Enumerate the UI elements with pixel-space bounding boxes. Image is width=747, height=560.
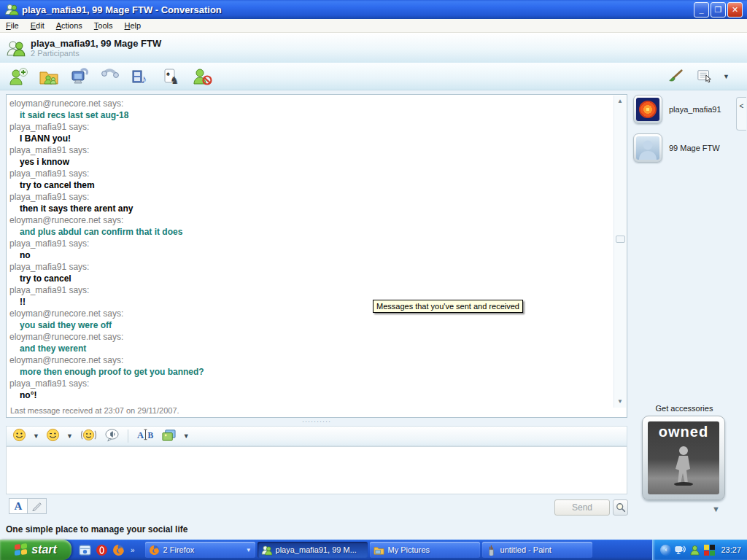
contact-row[interactable]: playa_mafia91 [633, 95, 741, 124]
windows-flag-icon [15, 543, 28, 556]
taskbar-button-untitled-paint[interactable]: untitled - Paint [482, 542, 592, 558]
message-text: it said recs last set aug-18 [9, 109, 611, 121]
message-text: no°! [9, 389, 611, 401]
background-caret[interactable]: ▼ [183, 432, 190, 440]
taskbar-clock: 23:27 [721, 545, 741, 554]
text-mode-tab[interactable]: A [9, 498, 28, 514]
scroll-down-icon[interactable]: ▼ [616, 397, 624, 406]
font-icon[interactable]: A B [136, 428, 155, 444]
message-sender: playa_mafia91 says: [9, 121, 611, 133]
contact-name: 99 Mage FTW [669, 144, 720, 152]
handwriting-pen-icon [31, 501, 43, 511]
launch-browser-icon[interactable] [79, 544, 91, 556]
app-status-text: One simple place to manage your social l… [6, 524, 187, 534]
default-avatar-silhouette [636, 136, 659, 160]
taskbar-button-label: My Pictures [388, 545, 476, 554]
messenger-icon [261, 545, 272, 556]
contact-list: playa_mafia9199 Mage FTW [633, 95, 741, 163]
msn-buddies-icon [4, 2, 19, 17]
avatar[interactable] [633, 133, 662, 163]
message-sender: eloyman@runecore.net says: [9, 331, 611, 343]
text-mode-icon: A [15, 500, 23, 513]
message-text: you said they were off [9, 319, 611, 331]
taskbar-button-playa-mafia91-99-m-[interactable]: playa_mafia91, 99 M... [258, 542, 368, 558]
system-tray: ‹ 23:27 [652, 540, 747, 560]
message-sender: playa_mafia91 says: [9, 378, 611, 389]
firefox-icon[interactable] [112, 544, 125, 556]
taskbar-button-2-firefox[interactable]: 2 Firefox▼ [145, 542, 255, 558]
person-silhouette [673, 445, 694, 486]
voice-clip-icon[interactable] [104, 428, 120, 445]
handwriting-mode-tab[interactable] [28, 498, 47, 514]
video-call-icon[interactable] [69, 66, 90, 87]
nudge-icon[interactable] [80, 428, 98, 445]
message-text: I BANN you! [9, 133, 611, 144]
contact-row[interactable]: 99 Mage FTW [633, 133, 741, 163]
message-sender: playa_mafia91 says: [9, 238, 611, 249]
conversation-header: playa_mafia91, 99 Mage FTW 2 Participant… [0, 33, 747, 63]
scrollbar-thumb[interactable] [616, 236, 625, 243]
block-contact-icon[interactable] [191, 66, 213, 87]
hide-icons-chevron[interactable]: ‹ [660, 545, 671, 556]
menu-file[interactable]: File [0, 20, 25, 31]
message-sender: playa_mafia91 says: [9, 284, 611, 296]
get-accessories-link[interactable]: Get accessories [633, 404, 735, 413]
message-sender: playa_mafia91 says: [9, 191, 611, 203]
scroll-up-icon[interactable]: ▲ [616, 97, 624, 106]
paintbrush-icon[interactable] [665, 66, 686, 87]
display-picture-frame[interactable]: owned [642, 416, 725, 500]
add-contact-icon[interactable] [7, 66, 29, 87]
sidebar-collapse-button[interactable]: < [736, 97, 746, 131]
close-button[interactable]: ✕ [727, 2, 743, 18]
messenger-tray-icon[interactable] [689, 545, 700, 556]
svg-text:B: B [147, 431, 153, 440]
group-caret-icon: ▼ [246, 547, 252, 553]
menu-actions[interactable]: Actions [50, 20, 88, 31]
chat-scrollbar[interactable]: ▲ ▼ [614, 96, 626, 408]
media-icon[interactable]: ♪ [130, 66, 152, 87]
color-grid-icon[interactable] [704, 545, 715, 556]
flower-picture [636, 98, 659, 121]
emoticon-caret[interactable]: ▼ [33, 432, 39, 440]
shared-folder-icon[interactable] [38, 66, 60, 87]
taskbar-button-label: untitled - Paint [500, 545, 589, 554]
avatar[interactable] [633, 95, 662, 124]
message-list: eloyman@runecore.net says:it said recs l… [9, 98, 611, 401]
opera-icon[interactable] [96, 544, 108, 556]
pane-splitter-handle[interactable]: ·········· [6, 419, 627, 424]
games-icon[interactable]: ♠ ♞ [160, 66, 182, 87]
menu-help[interactable]: Help [119, 20, 147, 31]
message-sender: eloyman@runecore.net says: [9, 98, 611, 109]
task-buttons: 2 Firefox▼playa_mafia91, 99 M...My Pictu… [145, 542, 592, 558]
message-text: and they werent [9, 343, 611, 354]
display-picture-menu-caret[interactable]: ▼ [712, 505, 720, 513]
call-icon[interactable] [99, 66, 121, 87]
taskbar-button-my-pictures[interactable]: My Pictures [370, 542, 480, 558]
message-sender: playa_mafia91 says: [9, 261, 611, 273]
restore-button[interactable]: ❐ [711, 2, 726, 18]
send-button[interactable]: Send [554, 499, 610, 516]
message-input[interactable] [6, 446, 627, 494]
taskbar: start » 2 Firefox▼playa_mafia91, 99 M...… [0, 540, 747, 560]
conversation-title: playa_mafia91, 99 Mage FTW [31, 38, 161, 49]
message-text: more then enough proof to get you banned… [9, 366, 611, 378]
quick-launch-overflow-chevron[interactable]: » [131, 544, 135, 554]
wink-icon[interactable] [46, 428, 60, 445]
background-icon[interactable] [161, 428, 177, 445]
emoticon-icon[interactable] [12, 428, 26, 445]
message-options-icon[interactable] [694, 66, 716, 87]
menu-edit[interactable]: Edit [25, 20, 50, 31]
menubar: File Edit Actions Tools Help [0, 19, 747, 33]
wink-caret[interactable]: ▼ [66, 432, 73, 440]
menu-tools[interactable]: Tools [88, 20, 119, 31]
display-picture: owned [648, 421, 719, 494]
magnifier-icon [616, 502, 626, 513]
message-options-caret[interactable]: ▼ [723, 73, 729, 80]
minimize-button[interactable]: _ [694, 2, 709, 18]
display-picture-caption: owned [648, 424, 719, 440]
search-button[interactable] [613, 499, 628, 516]
compose-bottom-row: A Send [6, 497, 627, 518]
network-display-icon[interactable] [675, 545, 686, 556]
start-button[interactable]: start [0, 540, 71, 560]
chat-history-panel[interactable]: eloyman@runecore.net says:it said recs l… [6, 94, 627, 418]
